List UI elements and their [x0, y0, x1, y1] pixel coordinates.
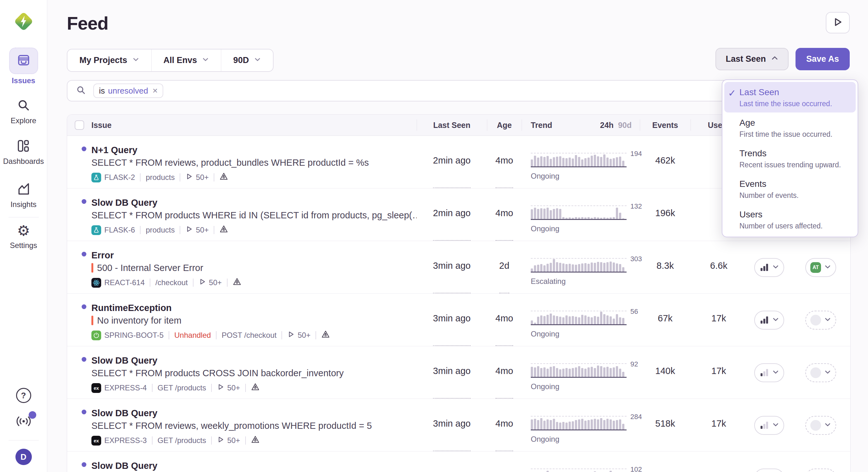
project-badge[interactable]: REACT-614 [91, 278, 145, 288]
seer-button[interactable] [219, 172, 228, 183]
sort-option[interactable]: UsersNumber of users affected. [724, 204, 856, 235]
issue-title[interactable]: Slow DB Query [91, 460, 417, 471]
table-row[interactable]: Slow DB QuerySELECT * FROM products CROS… [67, 346, 850, 399]
project-badge[interactable]: exEXPRESS-3 [91, 436, 147, 445]
table-row[interactable]: Error500 - Internal Server ErrorREACT-61… [67, 241, 850, 294]
trend-cell: 92Ongoing [522, 346, 640, 399]
issue-tag[interactable]: GET /products [158, 436, 206, 445]
sidebar-item-dashboards[interactable]: Dashboards [3, 138, 44, 166]
column-age[interactable]: Age [487, 115, 522, 135]
chevron-down-icon [824, 263, 831, 272]
notification-dot [29, 411, 36, 419]
seer-button[interactable] [219, 225, 228, 235]
priority-select[interactable] [754, 363, 784, 382]
select-all-checkbox[interactable] [75, 120, 84, 130]
assignee-select[interactable] [805, 311, 836, 329]
trend-bar [600, 157, 602, 166]
sidebar-item-issues[interactable]: Issues [9, 48, 38, 85]
sidebar-item-insights[interactable]: Insights [10, 182, 37, 209]
trend-max-label: 284 [630, 413, 642, 421]
environment-filter[interactable]: All Envs [151, 50, 221, 71]
issue-tag[interactable]: /checkout [155, 278, 188, 287]
app-logo-icon[interactable] [12, 9, 36, 33]
project-slug: EXPRESS-3 [104, 436, 147, 445]
issue-title[interactable]: Slow DB Query [91, 408, 417, 418]
table-row[interactable]: Slow DB QuerySELECT * FROM reviews, week… [67, 399, 850, 451]
sort-option[interactable]: AgeFirst time the issue occurred. [724, 113, 856, 143]
project-badge[interactable]: FLASK-6 [91, 225, 135, 235]
assignee-select[interactable] [805, 416, 836, 435]
issue-title[interactable]: RuntimeException [91, 303, 417, 313]
replay-count[interactable]: 50+ [185, 225, 209, 235]
project-badge[interactable]: SPRING-BOOT-5 [91, 331, 163, 340]
replay-count[interactable]: 50+ [287, 331, 310, 340]
issue-tag[interactable]: POST /checkout [222, 331, 276, 340]
trend-bar [547, 419, 549, 430]
assignee-select[interactable] [805, 469, 836, 472]
trend-bar [550, 314, 552, 324]
trend-sparkline: 102 [531, 469, 627, 472]
table-row[interactable]: Slow DB QuerySELECT * FROM products3min … [67, 451, 850, 472]
date-range-filter[interactable]: 90D [221, 50, 273, 71]
seer-triangle-icon [321, 332, 330, 340]
trend-bar [553, 419, 555, 430]
issue-title[interactable]: Slow DB Query [91, 197, 417, 208]
sidebar-item-settings[interactable]: ⚙ Settings [10, 222, 37, 250]
issue-tag[interactable]: GET /products [158, 383, 206, 392]
play-button[interactable] [826, 12, 850, 33]
replay-count[interactable]: 50+ [217, 383, 240, 392]
issue-tag[interactable]: Unhandled [174, 331, 211, 340]
trend-bar [578, 157, 580, 166]
sort-option[interactable]: TrendsRecent issues trending upward. [724, 143, 856, 174]
trend-bar [565, 158, 568, 166]
trend-bar [550, 420, 552, 430]
last-seen-cell: 2min ago [417, 188, 487, 241]
unread-dot [82, 410, 86, 414]
assignee-avatar: AT [810, 262, 821, 273]
trend-bar [619, 317, 621, 324]
priority-select[interactable] [754, 311, 784, 329]
search-token[interactable]: is unresolved × [93, 84, 163, 98]
assignee-select[interactable]: AT [805, 258, 836, 277]
seer-button[interactable] [251, 435, 260, 446]
trend-range-90d[interactable]: 90d [618, 121, 631, 129]
seer-button[interactable] [232, 277, 241, 288]
priority-select[interactable] [754, 469, 784, 472]
sort-button[interactable]: Last Seen [715, 48, 788, 70]
trend-bar [603, 154, 606, 166]
assignee-select[interactable] [805, 363, 836, 382]
sort-option[interactable]: ✓Last SeenLast time the issue occurred. [724, 82, 856, 113]
sidebar-item-explore[interactable]: Explore [10, 98, 37, 125]
trend-bar [540, 368, 542, 377]
replay-count[interactable]: 50+ [185, 173, 209, 182]
priority-select[interactable] [754, 416, 784, 435]
help-icon[interactable]: ? [16, 388, 31, 403]
trend-bar [603, 367, 606, 377]
remove-token-icon[interactable]: × [153, 86, 158, 96]
save-as-button[interactable]: Save As [796, 48, 850, 70]
replay-count[interactable]: 50+ [198, 278, 222, 287]
column-events[interactable]: Events [640, 115, 690, 135]
issue-tag[interactable]: products [146, 173, 175, 182]
user-avatar[interactable]: D [16, 449, 32, 465]
sort-option[interactable]: EventsNumber of events. [724, 174, 856, 204]
issue-title[interactable]: Error [91, 250, 417, 260]
seer-button[interactable] [321, 330, 330, 341]
project-badge[interactable]: exEXPRESS-4 [91, 383, 147, 393]
replay-count[interactable]: 50+ [217, 436, 240, 445]
column-last-seen[interactable]: Last Seen [417, 115, 487, 135]
issue-title[interactable]: Slow DB Query [91, 355, 417, 366]
project-badge[interactable]: FLASK-2 [91, 173, 135, 183]
trend-bar [559, 317, 561, 324]
project-filter[interactable]: My Projects [67, 50, 151, 71]
table-row[interactable]: RuntimeExceptionNo inventory for itemSPR… [67, 294, 850, 346]
spring-project-icon [91, 331, 101, 340]
whats-new-button[interactable] [16, 414, 32, 430]
issue-tag[interactable]: products [146, 226, 175, 234]
trend-bar [565, 422, 568, 430]
priority-select[interactable] [754, 258, 784, 277]
trend-bar [588, 367, 590, 377]
issue-title[interactable]: N+1 Query [91, 145, 417, 155]
trend-range-24h[interactable]: 24h [600, 121, 614, 129]
seer-button[interactable] [251, 382, 260, 393]
